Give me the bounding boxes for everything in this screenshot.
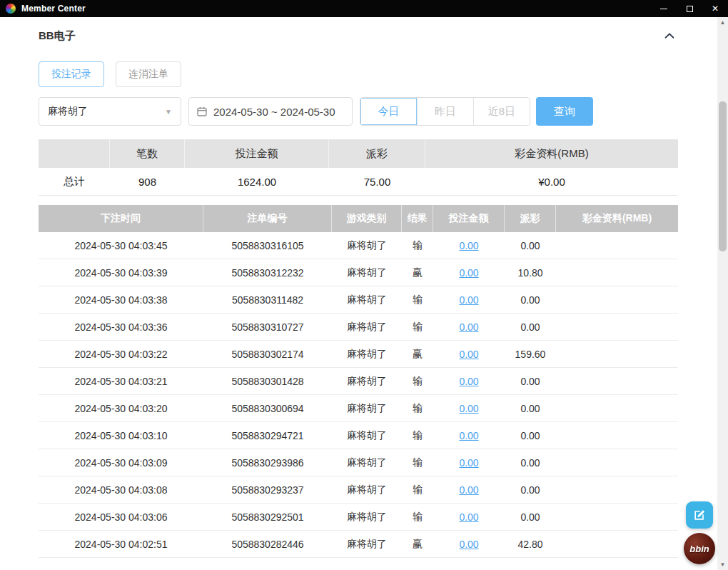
game-type: 麻将胡了 <box>332 341 402 367</box>
payout-value: 0.00 <box>505 422 556 449</box>
close-icon: ✕ <box>712 4 719 14</box>
table-row: 2024-05-30 04:03:08 5058830293237 麻将胡了 输… <box>39 476 678 504</box>
summary-header-bonus: 彩金资料(RMB) <box>425 139 678 168</box>
result-text: 赢 <box>402 259 433 286</box>
payout-value: 159.60 <box>505 341 556 367</box>
payout-value: 0.00 <box>505 395 556 421</box>
game-type: 麻将胡了 <box>332 259 402 286</box>
table-row: 2024-05-30 04:03:20 5058830300694 麻将胡了 输… <box>39 395 678 422</box>
order-number: 5058830300694 <box>203 395 332 421</box>
bonus-value <box>556 476 678 503</box>
order-number: 5058830316105 <box>203 232 332 259</box>
feedback-button[interactable] <box>686 501 713 529</box>
result-text: 输 <box>402 368 433 394</box>
table-row: 2024-05-30 04:03:09 5058830293986 麻将胡了 输… <box>39 449 678 476</box>
bet-amount-link[interactable]: 0.00 <box>459 321 478 333</box>
bet-amount-link[interactable]: 0.00 <box>459 376 478 387</box>
game-type: 麻将胡了 <box>332 314 402 340</box>
summary-bonus-value: ¥0.00 <box>425 168 678 195</box>
summary-header-row: 笔数 投注金额 派彩 彩金资料(RMB) <box>39 139 678 168</box>
vertical-scrollbar[interactable]: ▲ ▼ <box>717 17 728 570</box>
header-bet-time: 下注时间 <box>39 205 203 232</box>
maximize-button[interactable] <box>677 0 702 17</box>
header-order-number: 注单编号 <box>203 205 332 232</box>
bet-time: 2024-05-30 04:03:09 <box>39 449 203 476</box>
scroll-down-arrow-icon[interactable]: ▼ <box>717 559 728 570</box>
payout-value: 0.00 <box>505 286 556 313</box>
minimize-icon <box>660 9 667 9</box>
table-row: 2024-05-30 04:03:38 5058830311482 麻将胡了 输… <box>39 286 678 314</box>
bet-amount-link[interactable]: 0.00 <box>459 430 478 441</box>
game-type: 麻将胡了 <box>332 395 402 421</box>
search-button[interactable]: 查询 <box>536 97 593 126</box>
summary-payout-value: 75.00 <box>329 168 425 195</box>
collapse-panel-button[interactable] <box>661 29 678 43</box>
bbin-logo[interactable]: bbin <box>684 533 715 564</box>
summary-header-payout: 派彩 <box>329 139 425 168</box>
game-type: 麻将胡了 <box>332 449 402 476</box>
quick-last8days-button[interactable]: 近8日 <box>473 98 530 125</box>
records-body: 2024-05-30 04:03:45 5058830316105 麻将胡了 输… <box>39 232 678 558</box>
result-text: 输 <box>402 476 433 503</box>
game-type: 麻将胡了 <box>332 422 402 449</box>
tab-bet-records[interactable]: 投注记录 <box>39 61 104 87</box>
bet-time: 2024-05-30 04:03:36 <box>39 314 203 340</box>
result-text: 赢 <box>402 531 433 557</box>
bet-time: 2024-05-30 04:03:21 <box>39 368 203 394</box>
bet-amount-link[interactable]: 0.00 <box>459 484 478 496</box>
table-row: 2024-05-30 04:03:10 5058830294721 麻将胡了 输… <box>39 422 678 449</box>
order-number: 5058830293237 <box>203 476 332 503</box>
game-type: 麻将胡了 <box>332 368 402 394</box>
date-range-input[interactable]: 2024-05-30 ~ 2024-05-30 <box>188 97 353 126</box>
summary-header-count: 笔数 <box>110 139 185 168</box>
bet-amount-link[interactable]: 0.00 <box>459 511 478 523</box>
result-text: 输 <box>402 314 433 340</box>
close-button[interactable]: ✕ <box>702 0 728 17</box>
bonus-value <box>556 286 678 313</box>
bet-amount-link[interactable]: 0.00 <box>459 240 478 251</box>
order-number: 5058830293986 <box>203 449 332 476</box>
summary-header-bet: 投注金额 <box>185 139 329 168</box>
order-number: 5058830310727 <box>203 314 332 340</box>
scroll-up-arrow-icon[interactable]: ▲ <box>717 17 728 28</box>
bonus-value <box>556 368 678 394</box>
scrollbar-thumb[interactable] <box>719 101 727 251</box>
bonus-value <box>556 422 678 449</box>
bet-time: 2024-05-30 04:03:39 <box>39 259 203 286</box>
bet-amount-link[interactable]: 0.00 <box>459 403 478 414</box>
order-number: 5058830294721 <box>203 422 332 449</box>
order-number: 5058830282446 <box>203 531 332 557</box>
payout-value: 0.00 <box>505 232 556 259</box>
minimize-button[interactable] <box>651 0 677 17</box>
chevron-down-icon: ▼ <box>165 108 172 116</box>
table-row: 2024-05-30 04:03:21 5058830301428 麻将胡了 输… <box>39 368 678 395</box>
tab-cancelled-orders[interactable]: 连消注单 <box>116 61 181 87</box>
quick-yesterday-button[interactable]: 昨日 <box>417 98 473 125</box>
app-logo-icon <box>6 4 16 14</box>
table-row: 2024-05-30 04:03:45 5058830316105 麻将胡了 输… <box>39 232 678 259</box>
game-select[interactable]: 麻将胡了 ▼ <box>39 97 181 126</box>
summary-bet-value: 1624.00 <box>185 168 329 195</box>
window-controls: ✕ <box>651 0 728 17</box>
maximize-icon <box>687 6 693 12</box>
result-text: 输 <box>402 395 433 421</box>
quick-today-button[interactable]: 今日 <box>360 98 417 125</box>
payout-value: 0.00 <box>505 504 556 530</box>
header-bet-amount: 投注金额 <box>433 205 505 232</box>
game-type: 麻将胡了 <box>332 286 402 313</box>
calendar-icon <box>196 106 208 117</box>
bet-amount-link[interactable]: 0.00 <box>459 349 478 360</box>
records-header-row: 下注时间 注单编号 游戏类别 结果 投注金额 派彩 彩金资料(RMB) <box>39 205 678 232</box>
bet-time: 2024-05-30 04:03:38 <box>39 286 203 313</box>
bet-amount-link[interactable]: 0.00 <box>459 267 478 279</box>
payout-value: 0.00 <box>505 314 556 340</box>
chevron-up-icon <box>662 30 677 41</box>
result-text: 输 <box>402 504 433 530</box>
bet-amount-link[interactable]: 0.00 <box>459 294 478 306</box>
header-result: 结果 <box>402 205 433 232</box>
record-tabs: 投注记录 连消注单 <box>39 61 718 87</box>
bet-amount-link[interactable]: 0.00 <box>459 457 478 469</box>
bet-amount-link[interactable]: 0.00 <box>459 539 478 550</box>
game-type: 麻将胡了 <box>332 504 402 530</box>
bonus-value <box>556 232 678 259</box>
